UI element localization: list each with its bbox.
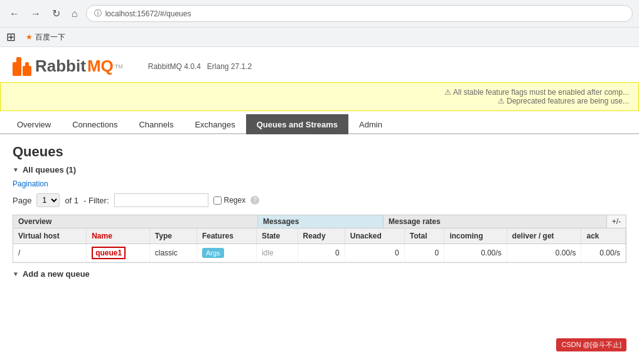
- bookmark-icon: ★: [26, 33, 33, 41]
- td-features: Args: [196, 244, 256, 262]
- home-button[interactable]: ⌂: [68, 7, 81, 21]
- address-text: localhost:15672/#/queues: [105, 9, 191, 18]
- td-deliver-get: 0.00/s: [507, 244, 581, 262]
- table-row: / queue1 classic Args idle 0 0 0 0.00/s: [13, 244, 626, 262]
- regex-checkbox[interactable]: [213, 196, 222, 205]
- collapse-icon: ▼: [13, 166, 19, 173]
- regex-text: Regex: [224, 196, 246, 205]
- queues-data-table: Virtual host Name Type Features State Re…: [13, 228, 626, 262]
- group-overview: Overview: [13, 215, 258, 228]
- csdn-watermark: CSDN @[奋斗不止]: [556, 338, 626, 348]
- th-total: Total: [404, 228, 444, 244]
- tab-exchanges[interactable]: Exchanges: [184, 114, 245, 134]
- td-state: idle: [256, 244, 298, 262]
- tab-connections[interactable]: Connections: [62, 114, 128, 134]
- rabbit-logo-icon: [13, 57, 31, 76]
- filter-input[interactable]: [114, 193, 208, 207]
- logo: RabbitMQTM: [13, 56, 123, 76]
- tab-admin[interactable]: Admin: [348, 114, 393, 134]
- td-total: 0: [404, 244, 444, 262]
- td-ack: 0.00/s: [581, 244, 626, 262]
- td-name[interactable]: queue1: [87, 244, 150, 262]
- th-ready: Ready: [298, 228, 345, 244]
- bookmark-baidu[interactable]: ★ 百度一下: [22, 31, 69, 44]
- forward-button[interactable]: →: [28, 7, 44, 21]
- apps-icon[interactable]: ⊞: [6, 30, 16, 44]
- td-incoming: 0.00/s: [444, 244, 507, 262]
- th-incoming: incoming: [444, 228, 507, 244]
- page-content: RabbitMQTM RabbitMQ 4.0.4 Erlang 27.1.2 …: [0, 47, 639, 348]
- plus-minus-button[interactable]: +/-: [606, 215, 626, 228]
- th-virtual-host: Virtual host: [13, 228, 87, 244]
- page-title: Queues: [13, 144, 626, 160]
- address-bar[interactable]: ⓘ localhost:15672/#/queues: [86, 5, 633, 22]
- bookmarks-bar: ⊞ ★ 百度一下: [0, 27, 639, 46]
- tab-overview[interactable]: Overview: [6, 114, 62, 134]
- pagination-label[interactable]: Pagination: [13, 179, 626, 188]
- reload-button[interactable]: ↻: [49, 6, 63, 21]
- th-state: State: [256, 228, 298, 244]
- browser-toolbar: ← → ↻ ⌂ ⓘ localhost:15672/#/queues: [0, 0, 639, 27]
- warning-line2: ⚠ Deprecated features are being use...: [10, 97, 629, 105]
- page-select[interactable]: 1: [36, 193, 60, 207]
- svg-rect-2: [16, 57, 21, 66]
- filter-label: - Filter:: [83, 196, 109, 205]
- group-messages: Messages: [258, 215, 384, 228]
- th-features: Features: [196, 228, 256, 244]
- queue-name-link[interactable]: queue1: [92, 247, 126, 259]
- th-ack: ack: [581, 228, 626, 244]
- help-icon[interactable]: ?: [250, 196, 259, 205]
- th-deliver-get: deliver / get: [507, 228, 581, 244]
- th-unacked: Unacked: [345, 228, 404, 244]
- regex-label: Regex: [213, 196, 246, 205]
- logo-rabbit-text: Rabbit: [35, 56, 86, 76]
- section-header[interactable]: ▼ All queues (1): [13, 165, 626, 174]
- add-queue-section[interactable]: ▼ Add a new queue: [13, 269, 626, 279]
- group-rates: Message rates: [384, 215, 606, 228]
- pagination-row: Page 1 of 1 - Filter: Regex ?: [13, 193, 626, 207]
- queues-table: Overview Messages Message rates +/- Virt…: [13, 215, 626, 263]
- td-ready: 0: [298, 244, 345, 262]
- tab-channels[interactable]: Channels: [128, 114, 184, 134]
- column-group-headers: Overview Messages Message rates +/-: [13, 215, 626, 228]
- add-queue-triangle: ▼: [13, 270, 19, 277]
- th-type: Type: [149, 228, 196, 244]
- warning-line1: ⚠ All stable feature flags must be enabl…: [10, 88, 629, 97]
- nav-tabs: Overview Connections Channels Exchanges …: [0, 114, 639, 134]
- warning-banner: ⚠ All stable feature flags must be enabl…: [0, 82, 639, 111]
- tab-queues[interactable]: Queues and Streams: [246, 114, 348, 134]
- version-badges: RabbitMQ 4.0.4 Erlang 27.1.2: [148, 62, 252, 71]
- svg-rect-3: [25, 62, 29, 68]
- add-queue-label: Add a new queue: [23, 269, 90, 279]
- rabbitmq-version: RabbitMQ 4.0.4: [148, 62, 201, 71]
- td-virtual-host: /: [13, 244, 87, 262]
- table-header-row: Virtual host Name Type Features State Re…: [13, 228, 626, 244]
- logo-tm: TM: [115, 63, 123, 70]
- erlang-version: Erlang 27.1.2: [207, 62, 252, 71]
- back-button[interactable]: ←: [6, 7, 23, 21]
- site-header: RabbitMQTM RabbitMQ 4.0.4 Erlang 27.1.2: [0, 47, 639, 82]
- bookmark-label: 百度一下: [35, 32, 65, 43]
- of-label: of 1: [65, 196, 78, 205]
- lock-icon: ⓘ: [94, 8, 102, 19]
- td-unacked: 0: [345, 244, 404, 262]
- section-title: All queues (1): [23, 165, 76, 174]
- main-content: Queues ▼ All queues (1) Pagination Page …: [0, 134, 639, 288]
- th-name: Name: [87, 228, 150, 244]
- page-label: Page: [13, 196, 31, 205]
- browser-chrome: ← → ↻ ⌂ ⓘ localhost:15672/#/queues ⊞ ★ 百…: [0, 0, 639, 47]
- td-type: classic: [149, 244, 196, 262]
- logo-mq-text: MQ: [87, 56, 114, 76]
- args-button[interactable]: Args: [202, 248, 224, 258]
